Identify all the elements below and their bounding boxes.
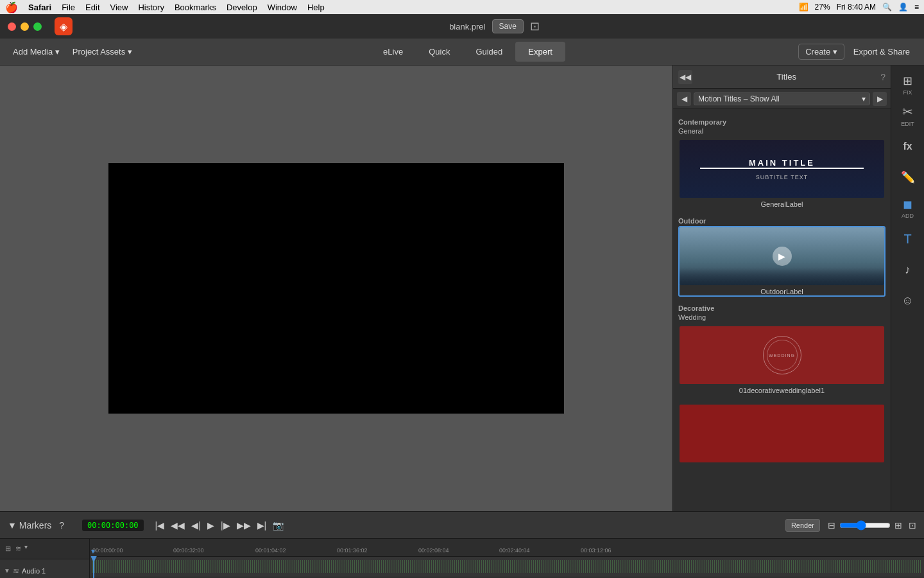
fix-icon: ⊞ bbox=[903, 74, 912, 88]
rewind-button[interactable]: ◀◀ bbox=[168, 518, 187, 533]
menu-edit[interactable]: Edit bbox=[85, 3, 99, 12]
ruler-mark-6: 00:03:12:06 bbox=[581, 547, 612, 554]
menu-view[interactable]: View bbox=[110, 3, 128, 12]
minimize-button[interactable] bbox=[21, 22, 29, 31]
panel-nav-back[interactable]: ◀ bbox=[677, 92, 691, 106]
general-label-text: GeneralLabel bbox=[680, 200, 884, 208]
general-label-card[interactable]: MAIN TITLE SUBTITLE TEXT GeneralLabel bbox=[678, 139, 886, 209]
music-icon-button[interactable]: ♪ bbox=[894, 256, 922, 284]
create-button[interactable]: Create ▾ bbox=[798, 44, 844, 60]
menu-window[interactable]: Window bbox=[268, 3, 297, 12]
ruler-mark-4: 00:02:08:04 bbox=[418, 547, 449, 554]
fix-icon-button[interactable]: ⊞ FIX bbox=[894, 71, 922, 99]
filename-label: blank.prel bbox=[449, 22, 485, 31]
audio-track-content bbox=[90, 557, 924, 577]
user-icon[interactable]: 👤 bbox=[898, 3, 908, 12]
add-icon-button[interactable]: ◼ ADD bbox=[894, 194, 922, 222]
general-card-preview: MAIN TITLE SUBTITLE TEXT bbox=[680, 140, 884, 198]
main-toolbar: Add Media ▾ Project Assets ▾ eLive Quick… bbox=[0, 39, 924, 66]
ruler-mark-1: 00:00:32:00 bbox=[173, 547, 204, 554]
contemporary-section: Contemporary bbox=[678, 118, 886, 126]
skip-to-start-button[interactable]: |◀ bbox=[153, 518, 167, 533]
timeline-ruler-area: 00:00:00:00 00:00:32:00 00:01:04:02 00:0… bbox=[90, 539, 924, 578]
video-canvas bbox=[108, 163, 564, 414]
elive-mode-button[interactable]: eLive bbox=[370, 42, 416, 62]
ruler-mark-3: 00:01:36:02 bbox=[337, 547, 368, 554]
outdoor-label-card[interactable]: ▶ OutdoorLabel bbox=[678, 226, 886, 297]
menu-help[interactable]: Help bbox=[307, 3, 325, 12]
panel-help-button[interactable]: ? bbox=[880, 72, 886, 82]
timeline-controls: ▼ Markers ? 00:00:00:00 |◀ ◀◀ ◀| ▶ |▶ ▶▶… bbox=[0, 512, 924, 539]
pen-icon: ✏️ bbox=[901, 170, 915, 184]
menu-safari[interactable]: Safari bbox=[28, 3, 51, 12]
zoom-in-button[interactable]: ⊞ bbox=[892, 518, 905, 533]
menu-file[interactable]: File bbox=[62, 3, 75, 12]
side-icon-bar: ⊞ FIX ✂ EDIT fx ✏️ ◼ ADD T ♪ ☺ bbox=[891, 66, 924, 511]
track-layout-button[interactable]: ⊞ bbox=[4, 543, 12, 554]
playhead[interactable] bbox=[93, 557, 94, 578]
timeline-content[interactable]: ✕ bbox=[90, 557, 924, 578]
audio1-track-name: Audio 1 bbox=[22, 567, 46, 575]
expert-mode-button[interactable]: Expert bbox=[515, 42, 565, 62]
frame-back-button[interactable]: ◀| bbox=[189, 518, 203, 533]
panel-nav: ◀ Motion Titles – Show All ▾ ▶ bbox=[673, 89, 891, 109]
fit-timeline-button[interactable]: ⊡ bbox=[906, 518, 919, 533]
edit-icon-button[interactable]: ✂ EDIT bbox=[894, 101, 922, 130]
timecode-display: 00:00:00:00 bbox=[82, 520, 143, 531]
export-share-button[interactable]: Export & Share bbox=[847, 44, 916, 59]
wedding-subsection: Wedding bbox=[678, 313, 886, 321]
audio1-expand-button[interactable]: ▼ bbox=[4, 567, 10, 574]
wedding-label-card[interactable]: WEDDING 01decorativeweddinglabel1 bbox=[678, 325, 886, 396]
clock: Fri 8:40 AM bbox=[837, 3, 876, 12]
audio-waveform bbox=[92, 560, 921, 573]
timeline-section: ▼ Markers ? 00:00:00:00 |◀ ◀◀ ◀| ▶ |▶ ▶▶… bbox=[0, 511, 924, 578]
quick-mode-button[interactable]: Quick bbox=[416, 42, 463, 62]
wedding-card-preview: WEDDING bbox=[680, 326, 884, 384]
skip-to-end-button[interactable]: ▶| bbox=[255, 518, 270, 533]
panel-nav-forward[interactable]: ▶ bbox=[873, 92, 887, 106]
audio-wave-icon: ≋ bbox=[13, 566, 19, 575]
project-assets-button[interactable]: Project Assets ▾ bbox=[67, 44, 137, 59]
zoom-out-button[interactable]: ⊟ bbox=[825, 518, 838, 533]
fx-effects-button[interactable]: fx bbox=[894, 132, 922, 161]
help-button[interactable]: ? bbox=[56, 518, 67, 533]
snapshot-button[interactable]: 📷 bbox=[270, 518, 286, 533]
decorative-section: Decorative bbox=[678, 304, 886, 312]
maximize-button[interactable] bbox=[33, 22, 42, 31]
fx2-button[interactable]: ✏️ bbox=[894, 163, 922, 191]
add-media-button[interactable]: Add Media ▾ bbox=[8, 44, 65, 59]
menu-bookmarks[interactable]: Bookmarks bbox=[175, 3, 216, 12]
render-button[interactable]: Render bbox=[785, 519, 820, 532]
ruler-mark-0: 00:00:00:00 bbox=[92, 547, 123, 554]
close-button[interactable] bbox=[8, 22, 16, 31]
titles-icon-button[interactable]: T bbox=[894, 225, 922, 253]
save-button[interactable]: Save bbox=[492, 19, 524, 33]
track-arrow: ▾ bbox=[24, 543, 28, 554]
frame-forward-button[interactable]: |▶ bbox=[218, 518, 233, 533]
play-button[interactable]: ▶ bbox=[205, 518, 217, 533]
title-bar: ◈ blank.prel Save ⊡ bbox=[0, 14, 924, 39]
zoom-slider[interactable] bbox=[839, 518, 891, 533]
wifi-icon: 📶 bbox=[799, 3, 809, 12]
apple-menu[interactable]: 🍎 bbox=[5, 1, 18, 13]
track-headers: ⊞ ≋ ▾ ▼ ≋ Audio 1 ◀ ▶ ▶ 🔇 Voice ▶ bbox=[0, 539, 90, 578]
layout-icon[interactable]: ⊡ bbox=[530, 19, 540, 33]
markers-dropdown-button[interactable]: ▼ Markers bbox=[5, 518, 54, 533]
track-waveform-button[interactable]: ≋ bbox=[14, 543, 22, 554]
control-strip[interactable]: ≡ bbox=[914, 3, 919, 12]
spotlight-icon[interactable]: 🔍 bbox=[882, 3, 892, 12]
app-logo: ◈ bbox=[55, 17, 73, 35]
extra-card[interactable] bbox=[678, 403, 886, 464]
motion-titles-dropdown[interactable]: Motion Titles – Show All ▾ bbox=[694, 92, 870, 105]
panel-header: ◀◀ Titles ? bbox=[673, 66, 891, 89]
text-icon: T bbox=[903, 232, 911, 247]
menu-history[interactable]: History bbox=[138, 3, 164, 12]
menu-develop[interactable]: Develop bbox=[227, 3, 257, 12]
guided-mode-button[interactable]: Guided bbox=[463, 42, 515, 62]
emoji-icon: ☺ bbox=[902, 294, 913, 308]
fast-forward-button[interactable]: ▶▶ bbox=[234, 518, 253, 533]
panel-back-button[interactable]: ◀◀ bbox=[678, 70, 692, 84]
general-subsection: General bbox=[678, 127, 886, 135]
emoji-icon-button[interactable]: ☺ bbox=[894, 286, 922, 315]
timeline-ruler: 00:00:00:00 00:00:32:00 00:01:04:02 00:0… bbox=[90, 539, 924, 557]
